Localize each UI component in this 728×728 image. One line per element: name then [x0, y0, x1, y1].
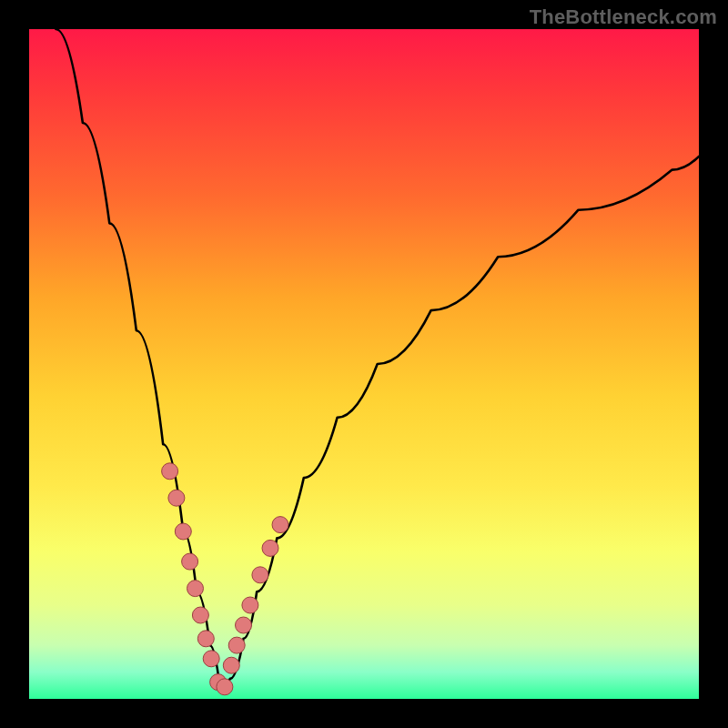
highlight-dot [252, 567, 268, 583]
highlight-dot [182, 553, 198, 570]
bottleneck-curve [56, 29, 699, 689]
highlight-dot [223, 657, 239, 673]
highlight-dot [197, 631, 214, 647]
highlight-dot [168, 490, 185, 506]
highlight-dot [192, 607, 208, 623]
highlight-dot [228, 637, 245, 653]
highlight-dot [272, 517, 288, 533]
highlight-dot [162, 463, 178, 480]
watermark-text: TheBottleneck.com [530, 5, 717, 29]
highlight-dot [187, 581, 204, 597]
highlight-dot [262, 540, 278, 556]
highlight-dot [175, 523, 191, 540]
chart-frame: TheBottleneck.com [0, 0, 728, 728]
highlight-dot [217, 679, 233, 695]
highlight-dot [203, 651, 219, 667]
highlight-dot [236, 617, 252, 633]
plot-area [29, 29, 699, 699]
highlight-dots [162, 463, 288, 695]
highlight-dot [242, 597, 258, 613]
chart-svg [29, 29, 699, 699]
